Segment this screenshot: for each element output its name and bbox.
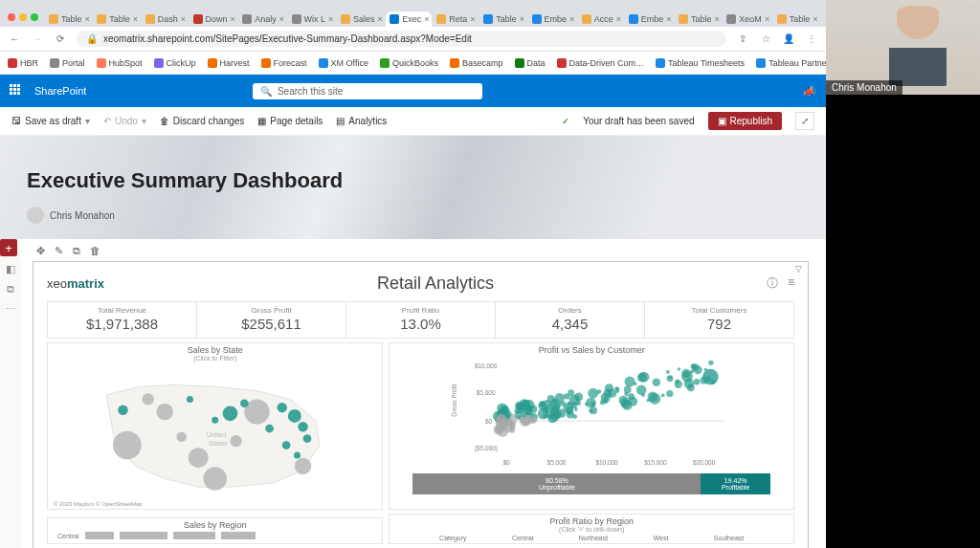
- close-tab-icon[interactable]: ×: [328, 14, 333, 24]
- browser-tab[interactable]: Sales×: [337, 11, 385, 27]
- bookmark-item[interactable]: Forecast: [261, 58, 307, 68]
- close-tab-icon[interactable]: ×: [377, 14, 382, 24]
- browser-tab[interactable]: Reta×: [433, 11, 479, 27]
- browser-tab[interactable]: Exec×: [386, 11, 432, 27]
- sharepoint-brand[interactable]: SharePoint: [34, 85, 86, 97]
- bookmark-item[interactable]: Harvest: [208, 58, 250, 68]
- save-draft-button[interactable]: 🖫 Save as draft ▾: [11, 116, 90, 126]
- bookmark-item[interactable]: Data: [515, 58, 546, 68]
- browser-tab[interactable]: Analy×: [238, 11, 286, 27]
- close-tab-icon[interactable]: ×: [765, 14, 769, 24]
- bookmark-item[interactable]: HBR: [8, 58, 38, 68]
- bookmark-item[interactable]: ClickUp: [154, 58, 196, 68]
- expand-icon[interactable]: ⤢: [795, 112, 814, 130]
- bookmark-item[interactable]: QuickBooks: [380, 58, 438, 68]
- tableau-dashboard-frame[interactable]: xeomatrix Retail Analytics ⓘ ≡ Total Rev…: [33, 261, 809, 548]
- back-icon[interactable]: ←: [8, 33, 21, 44]
- undo-button[interactable]: ↶ Undo ▾: [103, 116, 146, 126]
- move-icon[interactable]: ✥: [36, 245, 45, 257]
- close-tab-icon[interactable]: ×: [666, 14, 671, 24]
- forward-icon[interactable]: →: [31, 33, 44, 44]
- chevron-down-icon[interactable]: ▾: [142, 116, 146, 126]
- close-tab-icon[interactable]: ×: [424, 14, 429, 24]
- us-map-svg[interactable]: United States: [52, 362, 378, 495]
- sales-by-region[interactable]: Sales by Region Central: [47, 517, 383, 544]
- author-avatar[interactable]: [27, 207, 44, 224]
- delete-webpart-icon[interactable]: 🗑: [90, 245, 100, 257]
- close-tab-icon[interactable]: ×: [279, 14, 284, 24]
- edit-webpart-icon[interactable]: ✎: [55, 245, 63, 257]
- browser-tab[interactable]: Table×: [675, 11, 722, 27]
- kpi-card[interactable]: Profit Ratio13.0%: [346, 302, 496, 338]
- minimize-window-icon[interactable]: [19, 13, 27, 21]
- browser-tab[interactable]: Acce×: [578, 11, 624, 27]
- megaphone-icon[interactable]: 📣: [803, 85, 816, 98]
- browser-tab[interactable]: Embe×: [528, 11, 577, 27]
- chevron-down-icon[interactable]: ▾: [85, 116, 90, 126]
- bookmark-item[interactable]: Tableau Timesheets: [656, 58, 745, 68]
- maximize-window-icon[interactable]: [31, 13, 38, 21]
- favicon: [532, 14, 542, 24]
- kpi-card[interactable]: Orders4,345: [496, 302, 645, 338]
- browser-tab[interactable]: XeoM×: [723, 11, 771, 27]
- rail-comment-icon[interactable]: ◧: [6, 263, 15, 275]
- close-tab-icon[interactable]: ×: [569, 14, 574, 24]
- bookmark-item[interactable]: Tableau Partner P…: [756, 58, 826, 68]
- close-tab-icon[interactable]: ×: [85, 14, 90, 24]
- settings-icon[interactable]: ≡: [788, 275, 794, 292]
- page-details-button[interactable]: ▦ Page details: [257, 116, 323, 126]
- profile-icon[interactable]: 👤: [782, 33, 795, 44]
- kpi-card[interactable]: Gross Profit$255,611: [197, 302, 346, 338]
- browser-tab[interactable]: Table×: [93, 11, 140, 27]
- kpi-card[interactable]: Total Revenue$1,971,388: [48, 302, 197, 338]
- site-search[interactable]: 🔍 Search this site: [253, 83, 482, 99]
- app-launcher-icon[interactable]: [10, 84, 23, 98]
- author-name[interactable]: Chris Monahon: [50, 210, 115, 221]
- close-tab-icon[interactable]: ×: [231, 14, 235, 24]
- menu-icon[interactable]: ⋮: [805, 33, 818, 44]
- info-icon[interactable]: ⓘ: [767, 275, 778, 292]
- profit-vs-sales-scatter[interactable]: Profit vs Sales by Customer ▽ Gross Prof…: [389, 342, 794, 510]
- close-tab-icon[interactable]: ×: [715, 14, 720, 24]
- close-tab-icon[interactable]: ×: [470, 14, 475, 24]
- close-tab-icon[interactable]: ×: [181, 14, 186, 24]
- close-tab-icon[interactable]: ×: [520, 14, 524, 24]
- close-tab-icon[interactable]: ×: [813, 14, 817, 24]
- filter-icon[interactable]: ▽: [795, 264, 802, 274]
- browser-tab[interactable]: Wix L×: [288, 11, 336, 27]
- sales-by-state-map[interactable]: Sales by State (Click to Filter): [47, 342, 383, 510]
- close-tab-icon[interactable]: ×: [133, 14, 138, 24]
- republish-button[interactable]: ▣ Republish: [708, 112, 782, 130]
- svg-point-11: [298, 422, 308, 432]
- bookmark-item[interactable]: HubSpot: [97, 58, 143, 68]
- window-controls[interactable]: [6, 13, 44, 27]
- browser-tab[interactable]: Embe×: [625, 11, 674, 27]
- kpi-card[interactable]: Total Customers792: [645, 302, 793, 338]
- discard-button[interactable]: 🗑 Discard changes: [160, 116, 244, 126]
- bookmark-item[interactable]: Basecamp: [450, 58, 503, 68]
- browser-tab[interactable]: Table×: [773, 11, 820, 27]
- bookmark-item[interactable]: XM Office: [319, 58, 368, 68]
- profitability-bar[interactable]: 80.58%Unprofitable 19.42%Profitable: [412, 473, 770, 494]
- browser-tab[interactable]: Table×: [45, 11, 92, 27]
- bookmark-item[interactable]: Data-Driven Com…: [557, 58, 645, 68]
- rail-copy-icon[interactable]: ⧉: [7, 283, 14, 296]
- close-icon[interactable]: ×: [969, 2, 976, 15]
- url-field[interactable]: 🔒 xeomatrix.sharepoint.com/SitePages/Exe…: [77, 31, 726, 47]
- bookmark-icon[interactable]: ☆: [759, 33, 772, 44]
- analytics-button[interactable]: ▤ Analytics: [336, 116, 387, 126]
- rail-more-icon[interactable]: ⋯: [6, 303, 16, 316]
- video-call-thumbnail[interactable]: × Chris Monahon: [826, 0, 980, 95]
- duplicate-icon[interactable]: ⧉: [73, 245, 80, 257]
- reload-icon[interactable]: ⟳: [54, 33, 67, 44]
- close-window-icon[interactable]: [8, 13, 15, 21]
- profit-ratio-by-region[interactable]: Profit Ratio by Region (Click '+' to dri…: [389, 514, 794, 544]
- bookmark-item[interactable]: Portal: [50, 58, 85, 68]
- close-tab-icon[interactable]: ×: [616, 14, 621, 24]
- add-section-button[interactable]: +: [0, 239, 17, 256]
- browser-tab[interactable]: Table×: [479, 11, 526, 27]
- browser-tab[interactable]: Dash×: [142, 11, 189, 27]
- browser-tab[interactable]: Down×: [189, 11, 238, 27]
- page-title[interactable]: Executive Summary Dashboard: [27, 168, 799, 193]
- share-icon[interactable]: ⇪: [736, 33, 749, 44]
